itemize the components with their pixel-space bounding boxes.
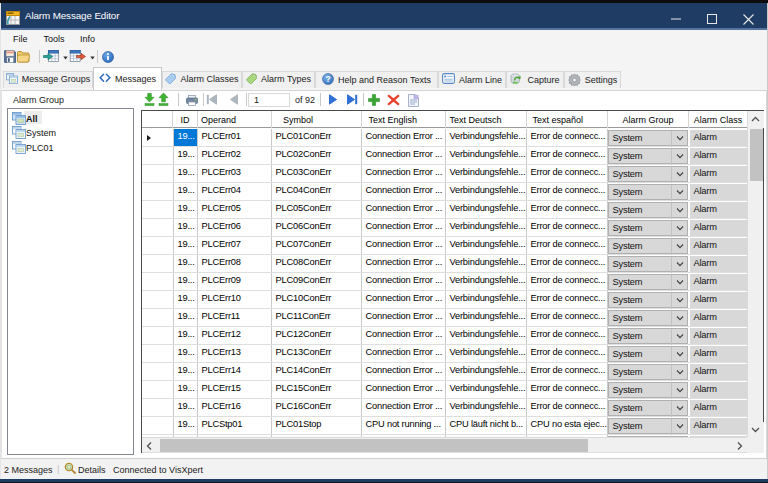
svg-text:?: ? (325, 74, 330, 84)
